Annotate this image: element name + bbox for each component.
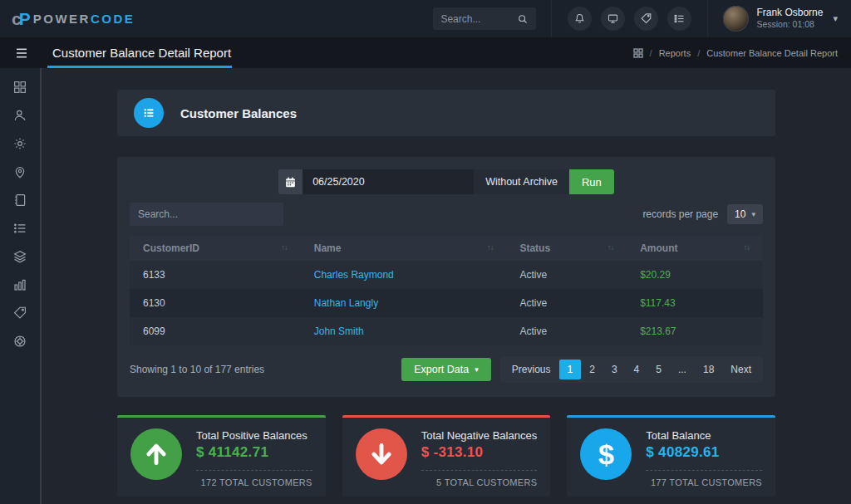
- records-per-page-select[interactable]: 10 ▾: [727, 204, 763, 224]
- chevron-down-icon: ▾: [475, 365, 479, 374]
- sidebar-item-reports[interactable]: [12, 276, 28, 292]
- pagination-page-3[interactable]: 3: [603, 360, 626, 379]
- sidebar-item-dashboard[interactable]: [12, 79, 28, 95]
- breadcrumb-separator: /: [697, 48, 700, 58]
- sort-icon[interactable]: ↑↓: [744, 242, 750, 252]
- total-card-value: $ 40829.61: [646, 444, 762, 461]
- breadcrumb-current: Customer Balance Detail Report: [706, 48, 838, 58]
- positive-card-footer: 172 TOTAL CUSTOMERS: [196, 477, 312, 487]
- table-list-icon: [142, 106, 155, 120]
- customer-link[interactable]: Charles Raymond: [314, 269, 394, 281]
- user-session: Session: 01:08: [756, 19, 823, 30]
- report-header-card: Customer Balances: [117, 90, 775, 136]
- negative-badge: [356, 428, 407, 480]
- sidebar-item-billing[interactable]: [12, 192, 28, 208]
- archive-toggle[interactable]: Without Archive: [474, 169, 569, 194]
- sidebar-item-inventory[interactable]: [12, 248, 28, 264]
- total-card-title: Total Balance: [646, 429, 762, 442]
- sort-icon[interactable]: ↑↓: [608, 242, 614, 252]
- customer-link[interactable]: Nathan Langly: [314, 297, 378, 309]
- cell-customer-name: John Smith: [301, 317, 507, 345]
- powercode-logo[interactable]: cP POWERCODE: [0, 9, 146, 29]
- cell-customer-name: Nathan Langly: [301, 289, 507, 317]
- report-header-badge: [134, 98, 164, 128]
- sidebar-item-lists[interactable]: [12, 220, 28, 236]
- dashboard-grid-icon[interactable]: [633, 48, 643, 58]
- negative-card-title: Total Negative Balances: [421, 429, 538, 442]
- sub-nav: Customer Balance Detail Report / Reports…: [0, 37, 851, 68]
- positive-card-texts: Total Positive Balances $ 41142.71 172 T…: [196, 428, 312, 487]
- table-controls-row: records per page 10 ▾: [130, 203, 763, 226]
- pagination-page-1[interactable]: 1: [559, 360, 582, 379]
- pagination-previous[interactable]: Previous: [504, 360, 559, 379]
- column-header-name[interactable]: Name↑↓: [301, 236, 507, 261]
- date-picker-button[interactable]: [278, 169, 303, 194]
- cell-amount: $213.67: [627, 317, 763, 345]
- sidebar: [0, 68, 42, 504]
- cell-customer-id: 6133: [130, 261, 301, 289]
- records-per-page-label: records per page: [642, 208, 718, 220]
- tasks-button[interactable]: [667, 7, 691, 31]
- customer-link[interactable]: John Smith: [314, 325, 364, 337]
- monitor-button[interactable]: [601, 7, 625, 31]
- sidebar-item-tags[interactable]: [12, 305, 28, 321]
- global-search-input[interactable]: [440, 13, 517, 25]
- export-data-button[interactable]: Export Data ▾: [401, 358, 491, 381]
- bell-icon: [573, 12, 586, 25]
- layout: Customer Balances 06/25/2020 Without Arc…: [0, 68, 851, 504]
- pagination-page-4[interactable]: 4: [626, 360, 648, 379]
- notifications-button[interactable]: [568, 7, 592, 31]
- sidebar-item-locations[interactable]: [12, 164, 28, 179]
- user-avatar: [723, 6, 749, 32]
- global-search[interactable]: [433, 7, 536, 30]
- total-card-footer: 177 TOTAL CUSTOMERS: [646, 477, 762, 487]
- customer-balance-table: CustomerID↑↓ Name↑↓ Status↑↓ Amount↑↓ 61…: [130, 236, 763, 345]
- divider: [196, 470, 312, 471]
- sidebar-toggle-button[interactable]: [0, 47, 43, 59]
- sidebar-item-support[interactable]: [12, 333, 28, 349]
- report-card: 06/25/2020 Without Archive Run records p…: [117, 157, 775, 397]
- divider: [421, 470, 538, 471]
- table-search[interactable]: [130, 203, 283, 226]
- column-header-amount[interactable]: Amount↑↓: [627, 236, 763, 261]
- summary-cards-row: Total Positive Balances $ 41142.71 172 T…: [117, 415, 775, 497]
- list-icon: [673, 12, 686, 25]
- pagination-page-18[interactable]: 18: [695, 360, 722, 379]
- user-name: Frank Osborne: [756, 7, 823, 19]
- report-date-input[interactable]: 06/25/2020: [303, 169, 474, 194]
- user-menu[interactable]: Frank Osborne Session: 01:08 ▾: [708, 6, 851, 32]
- cell-status: Active: [506, 261, 627, 289]
- positive-card-title: Total Positive Balances: [196, 429, 312, 442]
- run-button[interactable]: Run: [569, 169, 614, 194]
- pagination-next[interactable]: Next: [722, 360, 760, 379]
- breadcrumb-reports[interactable]: Reports: [659, 48, 691, 58]
- sidebar-item-customers[interactable]: [12, 107, 28, 123]
- column-header-customerid[interactable]: CustomerID↑↓: [130, 236, 301, 261]
- report-card-title: Customer Balances: [180, 106, 297, 120]
- table-search-input[interactable]: [138, 208, 275, 220]
- monitor-icon: [607, 12, 619, 25]
- hamburger-icon: [15, 47, 28, 59]
- topbar-actions: [551, 0, 708, 37]
- table-header-row: CustomerID↑↓ Name↑↓ Status↑↓ Amount↑↓: [130, 236, 763, 261]
- divider: [646, 470, 762, 471]
- table-row: 6130 Nathan Langly Active $117.43: [130, 289, 763, 317]
- pagination-page-2[interactable]: 2: [581, 360, 603, 379]
- logo-text: POWERCODE: [33, 12, 135, 26]
- records-per-page-value: 10: [735, 208, 745, 220]
- cell-amount: $20.29: [627, 261, 763, 289]
- report-filter-row: 06/25/2020 Without Archive Run: [130, 169, 763, 194]
- sort-icon[interactable]: ↑↓: [281, 242, 288, 252]
- search-icon[interactable]: [517, 13, 529, 25]
- sort-icon[interactable]: ↑↓: [487, 242, 494, 252]
- pagination-ellipsis: ...: [670, 360, 695, 379]
- column-header-status[interactable]: Status↑↓: [506, 236, 627, 261]
- total-positive-balances-card: Total Positive Balances $ 41142.71 172 T…: [117, 415, 326, 497]
- pagination-page-5[interactable]: 5: [647, 360, 670, 379]
- tags-button[interactable]: [634, 7, 658, 31]
- pagination: Previous 1 2 3 4 5 ... 18 Next: [500, 356, 763, 383]
- active-tab-underline: [47, 66, 232, 68]
- table-row: 6099 John Smith Active $213.67: [130, 317, 763, 345]
- sidebar-item-settings[interactable]: [12, 135, 28, 151]
- cell-customer-id: 6130: [130, 289, 301, 317]
